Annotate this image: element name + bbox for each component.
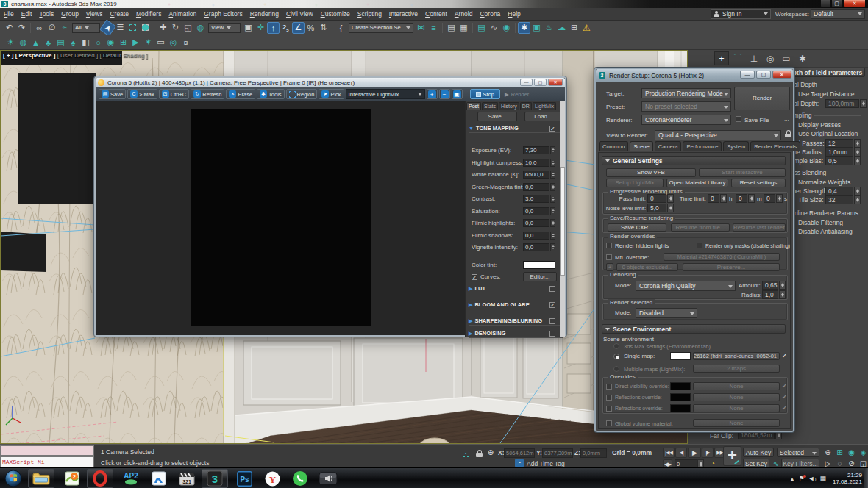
lamp-icon[interactable]: ¤ xyxy=(179,37,192,49)
eye-icon[interactable]: ◎ xyxy=(167,37,179,49)
total-passes-value-field[interactable]: 12 xyxy=(825,139,853,148)
material-editor-icon[interactable]: ◉ xyxy=(500,22,513,34)
open-app-icon[interactable]: ⊞ xyxy=(568,22,580,34)
menu-create[interactable]: Create xyxy=(106,10,132,18)
vfb-close-button[interactable]: ✕ xyxy=(548,79,563,86)
volume-tray-icon[interactable]: ◄) xyxy=(808,475,817,482)
zoom-in-icon[interactable]: + xyxy=(427,89,438,99)
previous-frame-button[interactable]: ◀| xyxy=(675,448,687,458)
z-coord-field[interactable]: 0,0mm xyxy=(580,448,607,458)
render-setup-titlebar[interactable]: 3 Render Setup: Corona 5 (Hotfix 2) — ▢ … xyxy=(596,69,793,82)
pass-limit-field[interactable]: 0 xyxy=(647,194,666,203)
select-by-name-icon[interactable]: ☰ xyxy=(114,22,127,34)
viewport-menu-view[interactable]: [ Perspective ] xyxy=(15,52,56,59)
menu-file[interactable]: File xyxy=(0,10,18,18)
max-app[interactable]: 3 xyxy=(202,469,228,488)
menu-help[interactable]: Help xyxy=(504,10,524,18)
plus-box-icon[interactable]: ⊞ xyxy=(117,37,129,49)
refresh-button[interactable]: ↻Refresh xyxy=(191,89,224,99)
color-tint-swatch[interactable] xyxy=(523,261,555,269)
focal-depth-value-field[interactable]: 100,0mm xyxy=(825,99,859,108)
vfb-tab-history[interactable]: History xyxy=(499,102,519,110)
align-icon[interactable]: ≡ xyxy=(427,22,440,34)
vfb-tab-dr[interactable]: DR xyxy=(520,102,532,110)
next-frame-button[interactable]: |▶ xyxy=(702,448,714,458)
sign-in-button[interactable]: Sign In xyxy=(711,9,771,19)
curves-editor-button[interactable]: Editor... xyxy=(523,272,557,281)
vfb-field-spinner[interactable] xyxy=(550,219,555,227)
transform-gizmo-icon[interactable]: ⊕ xyxy=(485,448,496,457)
region-button[interactable]: Region xyxy=(286,89,318,99)
yandex-app[interactable]: Y xyxy=(259,469,285,488)
menu-modifiers[interactable]: Modifiers xyxy=(132,10,166,18)
start-interactive-button[interactable]: Start interactive xyxy=(699,168,786,177)
menu-views[interactable]: Views xyxy=(82,10,107,18)
single-map-radio[interactable] xyxy=(613,354,619,359)
denoise-amount-field[interactable]: 0,65 xyxy=(762,281,778,290)
vfb-minimize-button[interactable]: — xyxy=(520,79,533,86)
save-button[interactable]: ▤Save xyxy=(99,89,126,99)
vfb-field-value[interactable]: 3,0 xyxy=(523,195,549,203)
menu-interactive[interactable]: Interactive xyxy=(385,10,421,18)
x-coord-field[interactable]: 5064,612m xyxy=(504,448,535,458)
vfb-field-spinner[interactable] xyxy=(550,195,555,203)
play-box-icon[interactable]: ▶ xyxy=(129,37,142,49)
setup-lightmix-button[interactable]: Setup LightMix xyxy=(606,179,664,187)
render-button[interactable]: Render xyxy=(734,87,790,110)
total-passes-value-spinner[interactable] xyxy=(854,139,861,148)
taskbar-clock[interactable]: 21:29 17.08.2021 xyxy=(833,472,862,485)
tile-size-value-spinner[interactable] xyxy=(854,195,861,204)
menu-scripting[interactable]: Scripting xyxy=(354,10,385,18)
render-hidden-lights-checkbox[interactable] xyxy=(606,243,612,248)
tab-motion[interactable]: ◎ xyxy=(763,51,778,65)
view-to-render-dropdown[interactable]: Quad 4 - Perspective xyxy=(655,130,781,140)
create-key-button[interactable]: + xyxy=(723,446,741,466)
vfb-section-denoising[interactable]: ▶DENOISING xyxy=(469,329,563,338)
edit-selection-sets-icon[interactable]: { xyxy=(335,22,347,34)
render-setup-icon[interactable]: ✱ xyxy=(518,22,530,34)
max-settings-radio[interactable] xyxy=(613,343,619,349)
render-setup-maximize-button[interactable]: ▢ xyxy=(756,71,771,79)
section-checkbox[interactable] xyxy=(549,318,555,324)
window-crossing-icon[interactable] xyxy=(139,22,152,34)
menu-tools[interactable]: Tools xyxy=(35,10,57,18)
mountain-icon[interactable]: ▲ xyxy=(29,37,42,49)
render-setup-tab-render-elements[interactable]: Render Elements xyxy=(750,141,800,151)
render-setup-tab-performance[interactable]: Performance xyxy=(683,141,722,151)
lightmix-maps-button[interactable]: 2 maps xyxy=(693,365,780,373)
library-icon[interactable]: ▤ xyxy=(54,37,67,49)
preserve-button[interactable]: Preserve... xyxy=(683,263,780,271)
menu-arnold[interactable]: Arnold xyxy=(451,10,477,18)
vfb-field-value[interactable]: 6500,0 xyxy=(523,171,549,179)
noise-level-field-spinner[interactable] xyxy=(667,204,674,212)
tools-button[interactable]: ✱Tools xyxy=(257,89,285,99)
start-button[interactable] xyxy=(1,469,25,488)
photoshop-app[interactable]: Ps xyxy=(231,469,257,488)
global-volume-checkbox[interactable] xyxy=(606,420,612,426)
reflections-override-button[interactable]: None xyxy=(693,393,780,401)
dither-strength-value-field[interactable]: 0,4 xyxy=(825,187,853,195)
rendered-frame-icon[interactable]: ▣ xyxy=(530,22,543,34)
select-link-icon[interactable]: ∞ xyxy=(33,22,46,34)
tray-expand-icon[interactable]: ▲ xyxy=(790,476,795,481)
denoise-amount-field-spinner[interactable] xyxy=(779,281,786,290)
select-object-icon[interactable]: ➤ xyxy=(99,19,116,36)
menu-corona[interactable]: Corona xyxy=(476,10,504,18)
macro-recorder-field[interactable] xyxy=(0,445,94,456)
tab-display[interactable]: ▭ xyxy=(779,51,794,65)
time-limit-m-field-spinner[interactable] xyxy=(748,194,755,203)
section-checkbox[interactable] xyxy=(549,331,555,337)
window-close-button[interactable]: ✕ xyxy=(844,0,865,7)
target-dropdown[interactable]: Production Rendering Mode xyxy=(641,88,731,98)
go-to-start-button[interactable]: |◀◀ xyxy=(663,448,675,458)
reflections-override-swatch[interactable] xyxy=(670,393,691,401)
menu-group[interactable]: Group xyxy=(57,10,82,18)
vfb-field-spinner[interactable] xyxy=(550,183,555,191)
selection-set-dropdown[interactable]: Selected xyxy=(777,448,819,457)
copy-button[interactable]: ⊡Ctrl+C xyxy=(159,89,189,99)
maxscript-listener-field[interactable]: MAXScript Mi xyxy=(0,456,94,467)
spinner-snap-icon[interactable]: ⇅ xyxy=(317,22,330,34)
general-settings-rollout[interactable]: General Settings xyxy=(602,156,786,165)
open-material-library-button[interactable]: Open Material Library xyxy=(666,179,728,187)
tone-mapping-section[interactable]: ▼TONE MAPPING✓ xyxy=(469,124,563,133)
